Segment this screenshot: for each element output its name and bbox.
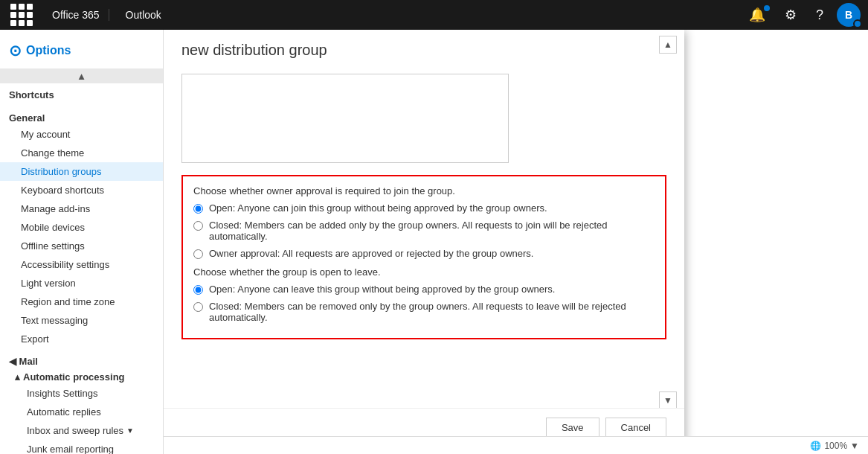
sidebar-section-mail: ◀ Mail ▴ Automatic processing Insights S… xyxy=(0,350,163,454)
leave-closed-radio[interactable] xyxy=(193,302,203,312)
leave-open-label: Open: Anyone can leave this group withou… xyxy=(209,284,555,295)
dialog: new distribution group ▲ Choose whether … xyxy=(164,30,684,447)
notification-badge xyxy=(764,5,770,11)
globe-icon: 🌐 xyxy=(810,441,821,451)
sidebar-item-automatic-replies[interactable]: Automatic replies xyxy=(0,403,163,421)
sidebar-item-junk-email-reporting[interactable]: Junk email reporting xyxy=(0,440,163,454)
content-area: endar. Learn more or create an new distr… xyxy=(164,30,868,454)
sidebar-item-change-theme[interactable]: Change theme xyxy=(0,144,163,162)
apps-grid-icon[interactable] xyxy=(7,1,36,29)
sidebar-item-distribution-groups[interactable]: Distribution groups xyxy=(0,162,163,181)
dialog-title: new distribution group xyxy=(164,30,684,68)
topbar: Office 365 Outlook 🔔 ⚙ ? B xyxy=(0,0,868,30)
join-radio-group: Open: Anyone can join this group without… xyxy=(193,202,655,259)
sidebar-scroll-up[interactable]: ▲ xyxy=(0,68,163,83)
join-owner-approval-radio[interactable] xyxy=(193,249,203,259)
options-title: Options xyxy=(26,44,71,57)
sidebar-item-light-version[interactable]: Light version xyxy=(0,274,163,292)
brand-label[interactable]: Office 365 xyxy=(43,9,109,21)
join-closed-radio[interactable] xyxy=(193,221,203,231)
join-option-owner-approval[interactable]: Owner approval: All requests are approve… xyxy=(193,248,655,259)
sidebar-section-general: General My account Change theme Distribu… xyxy=(0,106,163,350)
status-bar: 🌐 100% ▼ xyxy=(164,436,868,454)
leave-section-label: Choose whether the group is open to leav… xyxy=(193,266,655,278)
sidebar-item-mobile-devices[interactable]: Mobile devices xyxy=(0,218,163,237)
main-layout: ⊙ Options ▲ Shortcuts General My account… xyxy=(0,30,868,454)
notification-icon[interactable]: 🔔 xyxy=(743,4,771,26)
sidebar-header: ⊙ Options xyxy=(0,36,163,68)
join-option-open[interactable]: Open: Anyone can join this group without… xyxy=(193,202,655,214)
sidebar-section-shortcuts: Shortcuts xyxy=(0,83,163,106)
arrow-icon: ▼ xyxy=(126,426,134,435)
dialog-body: Choose whether owner approval is require… xyxy=(164,68,684,354)
leave-option-open[interactable]: Open: Anyone can leave this group withou… xyxy=(193,284,655,295)
join-open-radio[interactable] xyxy=(193,204,203,214)
leave-open-radio[interactable] xyxy=(193,285,203,295)
settings-icon[interactable]: ⚙ xyxy=(779,4,803,26)
sidebar-item-offline-settings[interactable]: Offline settings xyxy=(0,237,163,255)
triangle-icon: ▴ xyxy=(15,371,20,383)
join-option-closed[interactable]: Closed: Members can be added only by the… xyxy=(193,220,655,242)
sidebar-item-region-time-zone[interactable]: Region and time zone xyxy=(0,292,163,311)
zoom-level: 100% xyxy=(824,441,847,451)
help-icon[interactable]: ? xyxy=(810,4,829,26)
sidebar-item-manage-add-ins[interactable]: Manage add-ins xyxy=(0,199,163,218)
join-owner-approval-label: Owner approval: All requests are approve… xyxy=(209,248,533,259)
dialog-scroll-up-btn[interactable]: ▲ xyxy=(659,36,677,54)
sidebar-general-label: General xyxy=(0,108,163,125)
sidebar-item-accessibility-settings[interactable]: Accessibility settings xyxy=(0,255,163,274)
sidebar-item-my-account[interactable]: My account xyxy=(0,125,163,144)
leave-radio-group: Open: Anyone can leave this group withou… xyxy=(193,284,655,323)
zoom-dropdown-icon[interactable]: ▼ xyxy=(850,441,859,451)
cancel-button[interactable]: Cancel xyxy=(605,418,666,438)
sidebar-item-text-messaging[interactable]: Text messaging xyxy=(0,311,163,330)
approval-section: Choose whether owner approval is require… xyxy=(181,175,666,339)
avatar-status-badge xyxy=(853,19,862,28)
join-open-label: Open: Anyone can join this group without… xyxy=(209,202,547,214)
sidebar-shortcuts-label[interactable]: Shortcuts xyxy=(0,85,163,105)
sidebar-item-insights-settings[interactable]: Insights Settings xyxy=(0,384,163,403)
sidebar-mail-label: ◀ Mail xyxy=(0,351,163,368)
sidebar-item-export[interactable]: Export xyxy=(0,330,163,348)
form-image-area xyxy=(181,74,509,163)
sidebar: ⊙ Options ▲ Shortcuts General My account… xyxy=(0,30,164,454)
leave-option-closed[interactable]: Closed: Members can be removed only by t… xyxy=(193,301,655,323)
save-button[interactable]: Save xyxy=(546,418,599,438)
dialog-scroll-down-btn[interactable]: ▼ xyxy=(659,391,677,409)
join-closed-label: Closed: Members can be added only by the… xyxy=(209,220,655,242)
sidebar-item-inbox-sweep-rules[interactable]: Inbox and sweep rules ▼ xyxy=(0,421,163,440)
back-button[interactable]: ⊙ xyxy=(9,42,22,60)
avatar[interactable]: B xyxy=(837,3,861,27)
join-section-label: Choose whether owner approval is require… xyxy=(193,185,655,196)
app-label[interactable]: Outlook xyxy=(117,9,170,21)
sidebar-item-keyboard-shortcuts[interactable]: Keyboard shortcuts xyxy=(0,181,163,199)
sidebar-automatic-processing[interactable]: ▴ Automatic processing xyxy=(0,368,163,384)
leave-closed-label: Closed: Members can be removed only by t… xyxy=(209,301,655,323)
